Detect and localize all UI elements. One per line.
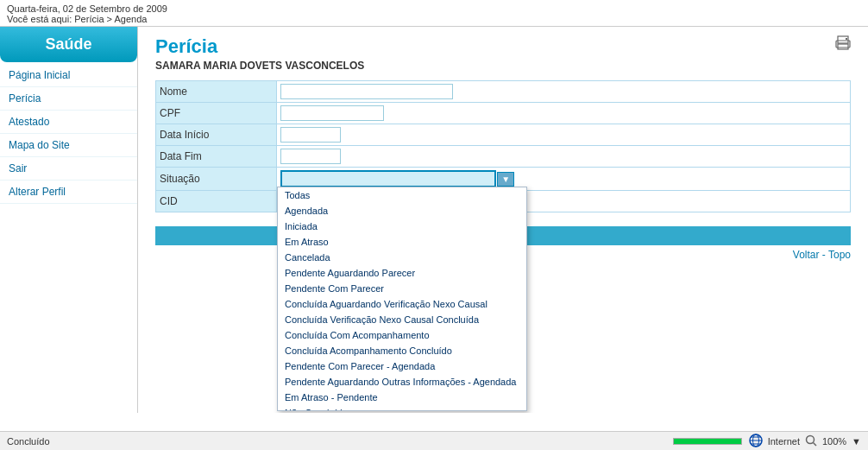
sidebar-item-mapa[interactable]: Mapa do Site (0, 134, 137, 157)
sidebar-items: Página InicialPeríciaAtestadoMapa do Sit… (0, 64, 137, 204)
form-row-cpf: CPF (156, 103, 851, 124)
situacao-dropdown-list: TodasAgendadaIniciadaEm AtrasoCanceladaP… (277, 187, 527, 411)
svg-point-9 (806, 435, 814, 443)
voltar-link[interactable]: Voltar (793, 249, 820, 261)
dropdown-option[interactable]: Concluída Verificação Nexo Causal Conclu… (278, 312, 526, 327)
svg-line-10 (813, 442, 816, 446)
dropdown-option[interactable]: Em Atraso - Pendente (278, 390, 526, 405)
input-cell-data-inicio (277, 124, 851, 146)
form-table: Nome CPF Data Início (155, 80, 851, 223)
form-row-data-inicio: Data Início (156, 124, 851, 146)
dropdown-option[interactable]: Iniciada (278, 219, 526, 234)
nome-input[interactable] (280, 84, 453, 99)
form-row-data-fim: Data Fim (156, 146, 851, 168)
top-bar: Quarta-feira, 02 de Setembro de 2009 Voc… (0, 0, 868, 27)
sidebar-item-atestado[interactable]: Atestado (0, 111, 137, 134)
patient-name: SAMARA MARIA DOVETS VASCONCELOS (155, 60, 851, 72)
label-cpf: CPF (156, 103, 277, 124)
dropdown-option[interactable]: Não Concluída (278, 405, 526, 411)
dropdown-option[interactable]: Pendente Com Parecer - Agendada (278, 358, 526, 374)
page-title: Perícia (155, 35, 851, 58)
sidebar-item-home[interactable]: Página Inicial (0, 64, 137, 87)
status-right: Internet 100% ▼ (749, 434, 861, 449)
zoom-text: 100% (822, 436, 846, 447)
situacao-dropdown-container: ▼ (280, 170, 514, 187)
content-area: Perícia SAMARA MARIA DOVETS VASCONCELOS … (138, 27, 868, 413)
sidebar: Saúde Página InicialPeríciaAtestadoMapa … (0, 27, 138, 413)
input-cell-data-fim (277, 146, 851, 168)
input-cell-situacao: ▼ TodasAgendadaIniciadaEm AtrasoCancelad… (277, 168, 851, 191)
zoom-arrow[interactable]: ▼ (852, 436, 861, 447)
topo-link[interactable]: Topo (828, 249, 851, 261)
main-layout: Saúde Página InicialPeríciaAtestadoMapa … (0, 27, 868, 413)
dropdown-option[interactable]: Pendente Aguardando Parecer (278, 265, 526, 281)
sidebar-item-sair[interactable]: Sair (0, 157, 137, 181)
dropdown-option[interactable]: Pendente Aguardando Outras Informações -… (278, 374, 526, 390)
label-situacao: Situação (156, 168, 277, 191)
sidebar-header: Saúde (0, 27, 137, 62)
label-nome: Nome (156, 81, 277, 103)
dropdown-option[interactable]: Cancelada (278, 250, 526, 265)
situacao-input[interactable] (280, 170, 496, 187)
label-cid: CID (156, 191, 277, 212)
input-cell-nome (277, 81, 851, 103)
cpf-input[interactable] (280, 105, 384, 121)
sidebar-item-perfil[interactable]: Alterar Perfil (0, 181, 137, 204)
internet-icon (749, 434, 763, 449)
input-cell-cpf (277, 103, 851, 124)
zoom-icon (805, 434, 817, 448)
zone-text: Internet (768, 436, 800, 447)
nav-separator: - (822, 249, 826, 261)
situacao-dropdown-arrow[interactable]: ▼ (497, 172, 514, 187)
status-bar: Concluído Internet 100% ▼ (0, 431, 868, 450)
svg-rect-3 (846, 38, 847, 40)
print-icon[interactable] (835, 35, 851, 54)
dropdown-option[interactable]: Concluída Aguardando Verificação Nexo Ca… (278, 296, 526, 312)
dropdown-option[interactable]: Concluída Acompanhamento Concluído (278, 343, 526, 358)
dropdown-option[interactable]: Em Atraso (278, 234, 526, 250)
sidebar-item-pericia[interactable]: Perícia (0, 87, 137, 111)
progress-bar (673, 438, 742, 445)
breadcrumb: Você está aqui: Perícia > Agenda (7, 14, 861, 24)
date-text: Quarta-feira, 02 de Setembro de 2009 (7, 3, 861, 14)
dropdown-option[interactable]: Concluída Com Acompanhamento (278, 327, 526, 343)
status-text: Concluído (7, 436, 666, 447)
data-fim-input[interactable] (280, 149, 341, 164)
dropdown-option[interactable]: Pendente Com Parecer (278, 281, 526, 296)
label-data-fim: Data Fim (156, 146, 277, 168)
form-row-nome: Nome (156, 81, 851, 103)
label-data-inicio: Data Início (156, 124, 277, 146)
dropdown-option[interactable]: Agendada (278, 203, 526, 219)
svg-rect-2 (838, 44, 848, 49)
form-row-situacao: Situação ▼ TodasAgendadaIniciadaEm Atras… (156, 168, 851, 191)
btn-row-label (156, 212, 277, 224)
dropdown-option[interactable]: Todas (278, 187, 526, 203)
data-inicio-input[interactable] (280, 127, 341, 143)
